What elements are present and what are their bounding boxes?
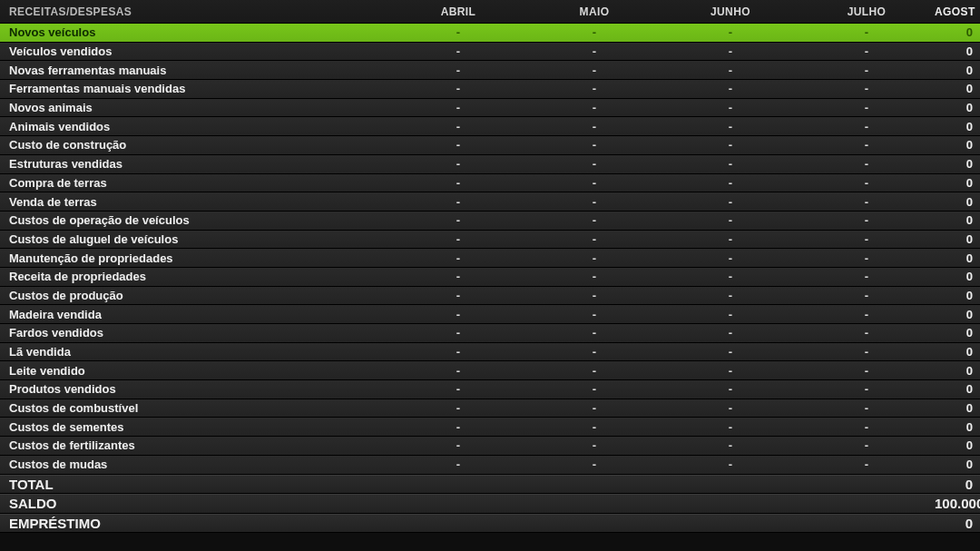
row-value: - — [390, 120, 526, 133]
row-value: - — [390, 25, 526, 39]
row-value: - — [662, 195, 799, 209]
table-row[interactable]: Lã vendida----0 — [0, 343, 980, 362]
table-row[interactable]: Compra de terras----0 — [0, 174, 980, 193]
row-value: - — [390, 64, 526, 77]
row-value: - — [526, 345, 662, 359]
row-value: 0 — [935, 251, 980, 265]
row-value: 0 — [935, 138, 980, 152]
row-value: - — [390, 345, 526, 359]
row-value: - — [662, 438, 799, 452]
row-label: Estruturas vendidas — [0, 157, 390, 171]
row-value: - — [662, 157, 799, 171]
row-value: - — [526, 458, 662, 471]
table-row[interactable]: Custos de operação de veículos----0 — [0, 212, 980, 231]
table-row[interactable]: Custos de produção----0 — [0, 287, 980, 306]
row-value: - — [662, 401, 799, 415]
table-row[interactable]: Fardos vendidos----0 — [0, 324, 980, 343]
row-value: - — [662, 364, 799, 378]
row-value: 0 — [935, 176, 980, 190]
row-value: - — [390, 438, 526, 452]
row-value: - — [799, 82, 935, 95]
row-label: Custo de construção — [0, 138, 390, 152]
table-row[interactable]: Leite vendido----0 — [0, 361, 980, 380]
row-value: - — [390, 364, 526, 378]
row-value: - — [526, 120, 662, 133]
row-value: 0 — [935, 270, 980, 283]
row-value: - — [799, 195, 935, 209]
row-value: - — [662, 120, 799, 133]
table-row[interactable]: Venda de terras----0 — [0, 192, 980, 212]
row-value: 0 — [935, 232, 980, 246]
summary-value: 0 — [935, 477, 980, 492]
row-value: - — [526, 364, 662, 378]
row-value: - — [526, 326, 662, 339]
row-label: Fardos vendidos — [0, 326, 390, 339]
row-value: - — [799, 345, 935, 359]
row-value: - — [390, 289, 526, 302]
row-value: - — [526, 289, 662, 302]
row-value: - — [799, 420, 935, 434]
row-value: - — [799, 308, 935, 321]
row-value: - — [662, 382, 799, 396]
row-label: Produtos vendidos — [0, 382, 390, 396]
summary-label: EMPRÉSTIMO — [0, 516, 390, 531]
row-label: Custos de fertilizantes — [0, 438, 390, 452]
table-header-row: RECEITAS/DESPESAS ABRIL MAIO JUNHO JULHO… — [0, 0, 980, 24]
row-value: - — [390, 382, 526, 396]
row-value: - — [390, 195, 526, 209]
row-value: - — [799, 458, 935, 471]
table-row[interactable]: Custos de combustível----0 — [0, 399, 980, 418]
row-value: - — [799, 251, 935, 265]
table-row[interactable]: Produtos vendidos----0 — [0, 380, 980, 399]
header-category: RECEITAS/DESPESAS — [0, 5, 390, 18]
table-row[interactable]: Custos de fertilizantes----0 — [0, 437, 980, 456]
row-label: Novos veículos — [0, 25, 390, 39]
row-value: - — [662, 82, 799, 95]
table-row[interactable]: Madeira vendida----0 — [0, 305, 980, 324]
row-value: - — [662, 289, 799, 302]
summary-label: SALDO — [0, 496, 390, 511]
row-value: - — [799, 157, 935, 171]
table-body: Novos veículos----0Veículos vendidos----… — [0, 24, 980, 475]
row-value: - — [799, 64, 935, 77]
row-value: - — [526, 64, 662, 77]
row-value: - — [799, 138, 935, 152]
row-value: - — [799, 176, 935, 190]
row-value: - — [390, 157, 526, 171]
row-value: - — [526, 382, 662, 396]
row-value: - — [526, 82, 662, 95]
row-value: - — [662, 138, 799, 152]
table-row[interactable]: Custos de aluguel de veículos----0 — [0, 231, 980, 250]
table-row[interactable]: Manutenção de propriedades----0 — [0, 249, 980, 268]
row-value: - — [662, 213, 799, 227]
row-value: - — [526, 138, 662, 152]
table-row[interactable]: Veículos vendidos----0 — [0, 43, 980, 62]
row-value: - — [390, 326, 526, 339]
table-row[interactable]: Novos veículos----0 — [0, 24, 980, 43]
table-row[interactable]: Custos de mudas----0 — [0, 456, 980, 475]
summary-row: TOTAL0 — [0, 475, 980, 495]
row-value: 0 — [935, 195, 980, 209]
row-value: 0 — [935, 213, 980, 227]
table-row[interactable]: Ferramentas manuais vendidas----0 — [0, 80, 980, 99]
table-row[interactable]: Estruturas vendidas----0 — [0, 155, 980, 174]
summary-row: SALDO100.000 — [0, 494, 980, 514]
row-value: 0 — [935, 308, 980, 321]
row-label: Animais vendidos — [0, 120, 390, 133]
header-month-3: JUNHO — [662, 5, 799, 18]
row-value: - — [799, 364, 935, 378]
table-row[interactable]: Receita de propriedades----0 — [0, 268, 980, 287]
table-row[interactable]: Novos animais----0 — [0, 99, 980, 118]
row-value: - — [390, 232, 526, 246]
row-value: 0 — [935, 120, 980, 133]
table-row[interactable]: Custo de construção----0 — [0, 136, 980, 155]
table-row[interactable]: Animais vendidos----0 — [0, 117, 980, 136]
row-value: 0 — [935, 420, 980, 434]
row-label: Custos de sementes — [0, 420, 390, 434]
row-value: 0 — [935, 326, 980, 339]
row-value: - — [662, 101, 799, 114]
row-value: - — [799, 213, 935, 227]
table-row[interactable]: Custos de sementes----0 — [0, 418, 980, 437]
table-row[interactable]: Novas ferramentas manuais----0 — [0, 61, 980, 80]
row-value: - — [390, 176, 526, 190]
